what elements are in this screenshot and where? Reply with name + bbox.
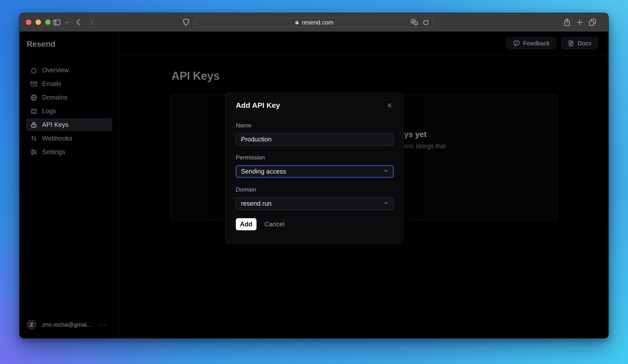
- reload-icon[interactable]: [422, 19, 429, 26]
- url-text: resend.com: [302, 19, 333, 26]
- share-icon[interactable]: [562, 18, 571, 27]
- sidebar-item-settings[interactable]: Settings: [26, 146, 112, 158]
- feedback-label: Feedback: [523, 40, 550, 47]
- domain-select[interactable]: resend.run: [236, 197, 393, 210]
- close-icon[interactable]: [386, 102, 393, 109]
- account-options-icon[interactable]: ···: [98, 321, 107, 328]
- close-window-button[interactable]: [26, 19, 31, 25]
- add-api-key-modal: Add API Key Name Permission Sending acce…: [226, 93, 403, 243]
- sidebar-toggle-icon[interactable]: [53, 18, 61, 27]
- app-content: Resend Overview Emails Domains: [20, 32, 608, 338]
- sidebar-item-api-keys[interactable]: API Keys: [26, 118, 112, 131]
- sidebar-item-emails[interactable]: Emails: [26, 77, 112, 90]
- docs-button[interactable]: Docs: [561, 37, 598, 49]
- avatar: Z: [27, 320, 36, 329]
- account-menu[interactable]: Z zno.rocha@gmai... ···: [27, 320, 107, 329]
- sidebar-toggle-chevron-icon[interactable]: [64, 20, 69, 25]
- sidebar-item-overview[interactable]: Overview: [26, 64, 112, 77]
- domain-selected-value: resend.run: [241, 200, 272, 207]
- svg-text:a: a: [415, 22, 416, 25]
- feedback-button[interactable]: Feedback: [507, 37, 556, 49]
- sidebar-item-label: Emails: [42, 80, 61, 87]
- new-tab-icon[interactable]: [575, 18, 584, 27]
- account-email: zno.rocha@gmai...: [42, 321, 91, 328]
- add-button[interactable]: Add: [236, 218, 256, 230]
- globe-icon: [30, 94, 38, 101]
- sidebar-item-logs[interactable]: Logs: [26, 105, 112, 118]
- permission-select[interactable]: Sending access: [236, 165, 393, 178]
- tab-overview-icon[interactable]: [588, 18, 597, 27]
- sidebar-item-webhooks[interactable]: Webhooks: [26, 132, 112, 145]
- resend-logo: Resend: [27, 39, 55, 49]
- page-title: API Keys: [171, 69, 219, 82]
- browser-toolbar: resend.com Aa: [20, 13, 608, 32]
- permission-field-label: Permission: [236, 154, 393, 161]
- permission-selected-value: Sending access: [241, 168, 286, 175]
- lock-icon: [30, 121, 38, 129]
- back-button[interactable]: [74, 18, 83, 27]
- home-icon: [30, 66, 38, 74]
- empty-state-heading-fragment: ys yet: [404, 129, 427, 139]
- chevron-down-icon: [383, 200, 389, 207]
- main-header: Feedback Docs: [119, 32, 608, 55]
- sidebar-item-label: API Keys: [42, 121, 68, 128]
- sidebar-item-label: Settings: [42, 148, 65, 156]
- arrows-up-down-icon: [30, 134, 38, 142]
- cancel-button[interactable]: Cancel: [264, 221, 284, 228]
- name-field-label: Name: [236, 122, 393, 129]
- sliders-icon: [30, 148, 38, 156]
- document-icon: [567, 40, 574, 47]
- url-bar[interactable]: resend.com Aa: [195, 18, 433, 27]
- lock-icon: [294, 19, 300, 25]
- forward-button[interactable]: [86, 18, 96, 27]
- sidebar-item-label: Webhooks: [42, 135, 72, 142]
- translate-icon[interactable]: Aa: [410, 19, 418, 26]
- envelope-icon: [30, 80, 38, 88]
- chevron-down-icon: [383, 168, 389, 175]
- traffic-lights: [26, 19, 51, 25]
- logs-icon: [30, 107, 38, 115]
- modal-title: Add API Key: [236, 101, 280, 110]
- browser-window: resend.com Aa: [19, 13, 609, 338]
- domain-field-label: Domain: [236, 186, 393, 193]
- sidebar: Resend Overview Emails Domains: [20, 32, 119, 338]
- sidebar-item-label: Overview: [42, 66, 69, 74]
- sidebar-nav: Overview Emails Domains Logs: [26, 64, 112, 159]
- privacy-shield-icon[interactable]: [182, 18, 191, 27]
- sidebar-item-label: Logs: [42, 108, 56, 115]
- sidebar-item-domains[interactable]: Domains: [26, 91, 112, 104]
- minimize-window-button[interactable]: [36, 19, 41, 25]
- docs-label: Docs: [578, 40, 591, 47]
- feedback-bubble-icon: [513, 40, 520, 47]
- name-input[interactable]: [236, 133, 393, 146]
- zoom-window-button[interactable]: [45, 19, 51, 25]
- svg-text:A: A: [412, 20, 414, 23]
- empty-state-body-fragment: eric strings that: [404, 142, 446, 150]
- sidebar-item-label: Domains: [42, 94, 67, 101]
